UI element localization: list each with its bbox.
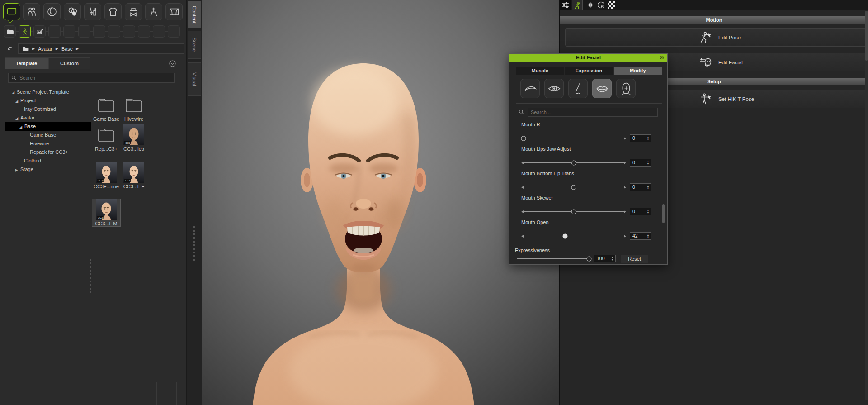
slider-handle[interactable]: [521, 136, 526, 141]
slider-label: Mouth Bottom Lip Trans: [521, 171, 661, 176]
tree-expanded-icon[interactable]: ◢: [15, 97, 20, 105]
slider-handle[interactable]: [571, 185, 576, 190]
toolbar-avatar-button[interactable]: [23, 3, 40, 20]
panel-splitter-grip[interactable]: [193, 226, 195, 261]
dialog-title[interactable]: Edit Facial: [509, 54, 667, 62]
modify-sliders-tab[interactable]: [560, 0, 571, 10]
breadcrumb-item[interactable]: Base: [61, 46, 73, 52]
tab-template[interactable]: Template: [5, 57, 48, 69]
subtool-folder-button[interactable]: [4, 25, 16, 38]
tree-expanded-icon[interactable]: ◢: [12, 88, 17, 97]
slider-value-field[interactable]: 0: [630, 183, 645, 191]
subtool-image-add-button[interactable]: [33, 25, 46, 38]
slider-value-field[interactable]: 0: [630, 159, 645, 167]
thumbnail-avatar[interactable]: CC3+ CC3+...nne: [92, 162, 120, 189]
slider-track[interactable]: [521, 209, 626, 214]
feature-eye-button[interactable]: [544, 79, 564, 98]
slider-handle[interactable]: [571, 160, 576, 165]
tab-muscle[interactable]: Muscle: [516, 67, 564, 75]
toolbar-prop-button[interactable]: [145, 3, 162, 20]
tree-splitter-grip[interactable]: [90, 259, 91, 293]
actor-icon: [21, 28, 29, 36]
thumbnail-folder[interactable]: Rep...C3+: [92, 124, 120, 152]
tree-item-selected[interactable]: ◢Base: [5, 122, 91, 131]
tree-item[interactable]: Clothed: [5, 157, 91, 165]
spinner-buttons[interactable]: ▲▼: [645, 208, 651, 215]
tree-item[interactable]: Repack for CC3+: [5, 148, 91, 157]
tree-expanded-icon[interactable]: ◢: [15, 114, 20, 123]
slider-value-field[interactable]: 42: [630, 232, 645, 240]
thumbnail-avatar[interactable]: CC3+ CC3...leb: [120, 124, 148, 152]
toolbar-cloth-button[interactable]: [104, 3, 122, 20]
tab-scene[interactable]: Scene: [188, 31, 201, 59]
tree-item[interactable]: Game Base: [5, 131, 91, 139]
feature-mouth-button[interactable]: [592, 79, 612, 98]
toolbar-makeup-button[interactable]: [84, 3, 101, 20]
tab-modify[interactable]: Modify: [614, 67, 662, 75]
breadcrumb-item[interactable]: Avatar: [38, 46, 52, 52]
search-input[interactable]: [19, 75, 171, 81]
tab-content[interactable]: Content: [188, 1, 201, 28]
spinner-buttons[interactable]: ▲▼: [645, 159, 651, 167]
slider-value-field[interactable]: 0: [630, 134, 645, 142]
toolbar-accessory-button[interactable]: [125, 3, 142, 20]
thumbnail-avatar-selected[interactable]: CC3+ CC3...l_M: [92, 199, 120, 226]
dialog-search[interactable]: [528, 108, 658, 117]
thumbnail-folder[interactable]: Hivewire: [120, 95, 148, 122]
material-button[interactable]: [596, 0, 606, 10]
tree-item[interactable]: ◢Scene Project Template: [5, 88, 91, 96]
slider-handle[interactable]: [587, 256, 592, 261]
spinner-buttons[interactable]: ▲▼: [645, 134, 651, 142]
tree-item[interactable]: Hivewire: [5, 139, 91, 148]
slider-value-field[interactable]: 0: [630, 208, 645, 215]
feature-head-button[interactable]: [616, 79, 636, 98]
subtool-empty-slot: [123, 25, 135, 38]
slider-track[interactable]: [521, 184, 626, 190]
toolbar-stage-button[interactable]: [165, 3, 183, 20]
back-button[interactable]: [5, 44, 14, 53]
content-search[interactable]: [8, 73, 175, 83]
tree-expanded-icon[interactable]: ◢: [19, 123, 24, 131]
slider-handle[interactable]: [571, 209, 576, 214]
toolbar-hair-button[interactable]: [43, 3, 61, 20]
texture-button[interactable]: [606, 0, 616, 10]
toolbar-project-button[interactable]: [3, 3, 20, 20]
animation-tab-active[interactable]: [572, 0, 583, 10]
edit-pose-button[interactable]: Edit Pose: [565, 28, 868, 47]
toolbar-skin-button[interactable]: [64, 3, 81, 20]
tree-item[interactable]: ◢Avatar: [5, 114, 91, 122]
dialog-scrollbar-thumb[interactable]: [662, 204, 665, 223]
slider-handle[interactable]: [563, 233, 568, 238]
tree-item[interactable]: Iray Optimized: [5, 105, 91, 114]
tab-expression[interactable]: Expression: [565, 67, 613, 75]
slider-track[interactable]: [515, 256, 589, 262]
feature-eyebrow-button[interactable]: [520, 79, 540, 98]
tree-item[interactable]: ▶Stage: [5, 165, 91, 174]
thumbnail-folder[interactable]: Game Base: [92, 95, 120, 122]
close-icon[interactable]: ⊗: [659, 54, 665, 61]
thumbnail-avatar[interactable]: CC3+ CC3...l_F: [120, 162, 148, 189]
dialog-search-input[interactable]: [531, 110, 655, 115]
collapse-icon[interactable]: −: [563, 16, 566, 24]
spinner-buttons[interactable]: ▲▼: [609, 255, 616, 262]
section-header-motion[interactable]: − Motion: [560, 16, 868, 24]
retarget-button[interactable]: [585, 0, 595, 10]
expressiveness-label: Expressiveness: [515, 248, 550, 253]
slider-track[interactable]: [521, 233, 626, 239]
right-panel-scrollbar[interactable]: [865, 11, 868, 400]
tab-visual[interactable]: Visual: [188, 62, 201, 96]
viewport-3d[interactable]: [202, 0, 559, 405]
collapse-panel-button[interactable]: [169, 60, 176, 67]
slider-value-field[interactable]: 100: [594, 255, 609, 262]
subtool-actor-button[interactable]: [19, 25, 31, 38]
slider-track[interactable]: [521, 135, 626, 141]
slider-track[interactable]: [521, 160, 626, 166]
tree-item[interactable]: ◢Project: [5, 96, 91, 105]
feature-nose-button[interactable]: [568, 79, 588, 98]
tab-custom[interactable]: Custom: [48, 57, 90, 69]
reset-button[interactable]: Reset: [621, 255, 648, 263]
spinner-buttons[interactable]: ▲▼: [645, 183, 651, 191]
tree-collapsed-icon[interactable]: ▶: [15, 166, 20, 174]
spinner-buttons[interactable]: ▲▼: [645, 232, 651, 240]
breadcrumb[interactable]: ▶ Avatar ▶ Base ▶: [18, 43, 184, 54]
